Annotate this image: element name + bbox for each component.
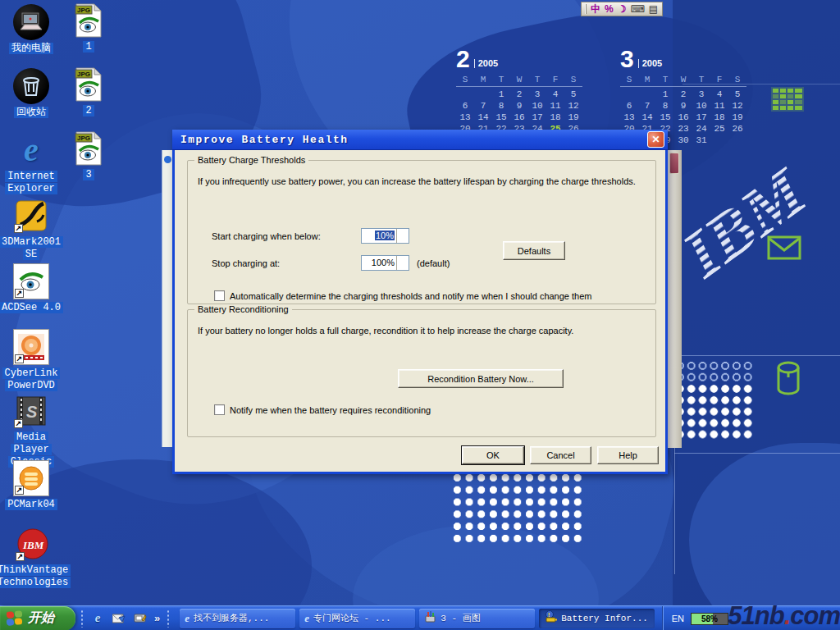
- desktop-icon-my-computer[interactable]: 我的电脑: [0, 4, 66, 55]
- ok-button[interactable]: OK: [462, 446, 524, 464]
- calendar-day: 15: [492, 112, 510, 123]
- ime-language-bar[interactable]: 中 % ☽ ⌨ ▤: [581, 2, 663, 16]
- recycle-bin-icon: [13, 68, 49, 104]
- internet-explorer-icon[interactable]: e: [90, 611, 105, 626]
- language-indicator[interactable]: EN: [672, 614, 684, 623]
- media-player-classic-icon: S ↗: [13, 393, 49, 429]
- show-desktop-icon[interactable]: [133, 611, 148, 626]
- ime-grip[interactable]: [585, 4, 587, 14]
- taskbar-button-server-not-found[interactable]: e 找不到服务器,...: [180, 609, 295, 628]
- start-charging-spinner[interactable]: 10%: [361, 228, 409, 244]
- tray-clock-area[interactable]: [735, 606, 833, 630]
- wallpaper-grid-line: [674, 453, 840, 454]
- desktop-icon-label: Internet Explorer: [0, 171, 66, 195]
- notify-reconditioning-checkbox-label: Notify me when the battery requires reco…: [230, 405, 431, 415]
- dialog-titlebar[interactable]: Improve Battery Health ✕: [172, 130, 668, 150]
- checkbox-icon[interactable]: [214, 290, 225, 301]
- ime-punctuation-icon[interactable]: ☽: [618, 4, 627, 14]
- desktop-icon-jpg-1[interactable]: JPG 1: [64, 2, 113, 53]
- chevron-more-icon[interactable]: »: [154, 612, 160, 624]
- dialog-body: Battery Charge Thresholds If you infrequ…: [172, 150, 668, 474]
- pcmark04-icon: ↗: [13, 460, 49, 496]
- ime-width-mode-icon[interactable]: %: [605, 4, 614, 14]
- taskbar-button-paint[interactable]: 3 - 画图: [419, 609, 535, 628]
- start-button[interactable]: 开始: [0, 606, 75, 630]
- desktop-icon-media-player-classic[interactable]: S ↗ Media Player Classic: [0, 393, 66, 468]
- calendar-day: [456, 89, 474, 100]
- background-window-right-edge: [668, 150, 682, 448]
- powerdvd-icon: ↗: [13, 329, 49, 365]
- ime-soft-keyboard-icon[interactable]: ⌨: [630, 4, 644, 14]
- ime-menu-icon[interactable]: ▤: [649, 4, 658, 14]
- desktop-icon-pcmark04[interactable]: ↗ PCMark04: [0, 460, 66, 511]
- auto-determine-checkbox-row[interactable]: Automatically determine the charging thr…: [214, 290, 591, 301]
- calendar-year: 2005: [474, 59, 498, 68]
- svg-text:JPG: JPG: [77, 135, 90, 142]
- defaults-button[interactable]: Defaults: [503, 241, 565, 260]
- desktop-icon-acdsee[interactable]: ↗ ACDSee 4.0: [0, 263, 66, 314]
- calendar-day-header: M: [638, 75, 656, 87]
- calendar-day: 26: [728, 123, 746, 135]
- cancel-button[interactable]: Cancel: [530, 446, 591, 464]
- desktop-icon-recycle-bin[interactable]: 回收站: [0, 68, 66, 119]
- taskbar-button-forum[interactable]: e 专门网论坛 - ...: [299, 609, 415, 628]
- notify-reconditioning-checkbox-row[interactable]: Notify me when the battery requires reco…: [214, 404, 431, 415]
- toolbar-grip[interactable]: [80, 609, 84, 628]
- desktop-icon-label: PCMark04: [5, 499, 57, 511]
- calendar-day: [638, 89, 656, 100]
- ime-chinese-mode-icon[interactable]: 中: [591, 4, 600, 14]
- svg-text:IBM: IBM: [22, 539, 44, 551]
- stop-charging-spinner[interactable]: 100%: [361, 255, 409, 271]
- jpg-file-icon: JPG: [71, 2, 107, 39]
- desktop-icon-label: 回收站: [14, 107, 48, 119]
- wallpaper-dot-grid: [451, 472, 584, 545]
- desktop-icon-3dmark2001[interactable]: ↗ 3DMark2001 SE: [0, 198, 66, 261]
- svg-text:JPG: JPG: [77, 7, 90, 14]
- desktop-icon-internet-explorer[interactable]: e Internet Explorer: [0, 132, 66, 195]
- start-charging-label: Start charging when below:: [212, 231, 321, 241]
- stop-charging-value[interactable]: 100%: [362, 256, 396, 270]
- toolbar-grip[interactable]: [167, 609, 170, 628]
- calendar-day: 19: [564, 112, 582, 123]
- calendar-day: 23: [674, 123, 692, 135]
- calendar-day: 11: [710, 100, 728, 112]
- thinkvantage-icon: IBM ↗: [15, 526, 51, 562]
- outlook-express-icon[interactable]: [112, 611, 126, 626]
- desktop-icon-jpg-2[interactable]: JPG 2: [64, 66, 113, 117]
- checkbox-icon[interactable]: [214, 404, 225, 415]
- calendar-day: 18: [710, 112, 728, 123]
- recondition-battery-button[interactable]: Recondition Battery Now...: [398, 369, 564, 388]
- calendar-day: 13: [456, 112, 474, 123]
- calendar-day: 12: [564, 100, 582, 112]
- calendar-day: 4: [546, 89, 564, 100]
- close-icon[interactable]: ✕: [647, 131, 664, 148]
- calendar-day-header: F: [546, 75, 564, 87]
- wallpaper-grid-line: [674, 355, 840, 356]
- desktop-icon-powerdvd[interactable]: ↗ CyberLink PowerDVD: [0, 329, 66, 392]
- desktop-icon-label: 3: [83, 169, 94, 181]
- help-button[interactable]: Help: [597, 446, 659, 464]
- start-charging-value[interactable]: 10%: [362, 229, 396, 243]
- jpg-file-icon: JPG: [71, 66, 107, 103]
- wallpaper-dot-grid: [674, 383, 754, 441]
- desktop-icon-label: 我的电脑: [9, 43, 53, 55]
- desktop-icon-thinkvantage[interactable]: IBM ↗ ThinkVantage Technologies: [0, 526, 72, 589]
- calendar-day: 17: [528, 112, 546, 123]
- calendar-day: [474, 89, 492, 100]
- wallpaper-grid-icon: [771, 87, 804, 115]
- wallpaper-envelope-icon: [767, 235, 801, 263]
- calendar-day-header: W: [674, 75, 692, 87]
- calendar-day: 11: [546, 100, 564, 112]
- background-window-scroll-thumb: [669, 153, 679, 174]
- background-window-bullet: [164, 156, 171, 163]
- taskbar-buttons: e 找不到服务器,... e 专门网论坛 - ... 3 - 画图 ! Batt…: [180, 609, 655, 628]
- calendar-day: 13: [620, 112, 638, 123]
- calendar-day-header: S: [728, 75, 746, 87]
- desktop-icon-jpg-3[interactable]: JPG 3: [64, 130, 113, 181]
- ibm-logo: IBM: [659, 126, 840, 310]
- taskbar-button-battery-information[interactable]: ! Battery Infor...: [539, 609, 655, 628]
- calendar-day: 7: [474, 100, 492, 112]
- battery-gauge[interactable]: 58%: [691, 613, 728, 625]
- calendar-day: [620, 89, 638, 100]
- desktop-icon-label: CyberLink PowerDVD: [0, 368, 66, 392]
